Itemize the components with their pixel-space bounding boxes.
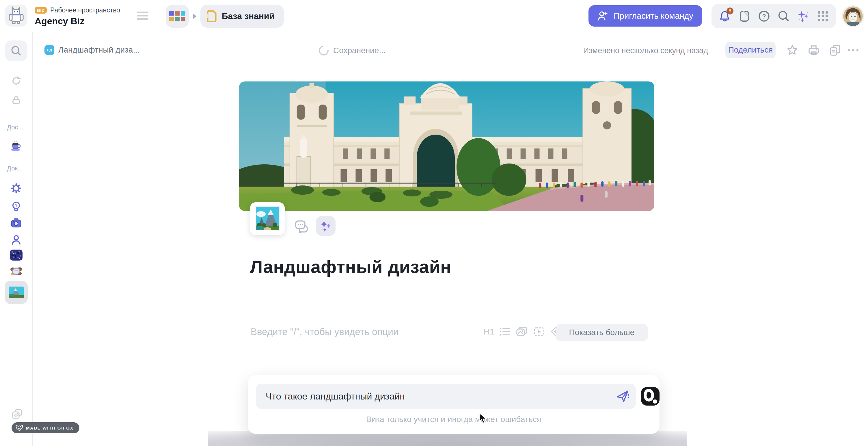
favorite-button[interactable] xyxy=(786,44,798,56)
breadcrumb-arrow-icon xyxy=(193,13,196,19)
sidebar-search-button[interactable] xyxy=(5,40,27,61)
saving-indicator: Сохранение... xyxy=(319,46,386,56)
printer-icon xyxy=(808,44,819,56)
plan-badge: BIZ xyxy=(35,7,47,13)
video-tool-button[interactable] xyxy=(533,326,545,337)
comment-icon xyxy=(294,220,308,233)
cover-thumbnail[interactable] xyxy=(250,202,285,235)
invite-team-button[interactable]: Пригласить команду xyxy=(588,5,702,27)
sidebar-item-media-doc[interactable] xyxy=(10,218,22,228)
assistant-input-wrap xyxy=(256,384,636,409)
editor-quick-tools: H1 xyxy=(484,326,562,337)
sidebar-history-button[interactable] xyxy=(11,76,21,86)
gifox-badge: MADE WITH GIFOX xyxy=(11,422,80,433)
sidebar-section-boards: Дос... xyxy=(7,124,23,131)
list-tool-button[interactable] xyxy=(500,326,510,337)
workspace-logo[interactable] xyxy=(5,5,27,27)
workspace-name: Agency Biz xyxy=(35,16,120,27)
sidebar-cards-button[interactable] xyxy=(12,409,22,419)
copy-doc-button[interactable] xyxy=(829,44,841,56)
tab-knowledge-base-label: База знаний xyxy=(222,11,275,21)
mouse-cursor xyxy=(479,413,488,426)
search-icon xyxy=(778,10,790,22)
lock-icon xyxy=(11,95,21,105)
sparkles-icon xyxy=(319,219,332,232)
pixel-cat-icon xyxy=(7,6,25,25)
sidebar-item-coffee[interactable] xyxy=(10,140,22,151)
user-avatar[interactable] xyxy=(842,5,864,27)
paper-plane-icon xyxy=(616,389,631,404)
copy-icon xyxy=(829,44,841,56)
sidebar-section-docs: Док... xyxy=(7,165,23,172)
assistant-input[interactable] xyxy=(256,391,636,402)
star-icon xyxy=(786,44,798,56)
add-user-icon xyxy=(597,10,609,21)
doc-tab-title: Ландшафтный диза... xyxy=(58,46,140,55)
topbar-icons: 8 ? xyxy=(712,4,836,28)
notifications-button[interactable]: 8 xyxy=(718,10,731,23)
workspace-label: Рабочее пространство xyxy=(50,6,120,14)
help-button[interactable]: ? xyxy=(758,10,770,23)
landscape-thumb-icon xyxy=(9,287,24,298)
camera-icon xyxy=(10,218,22,228)
workspace-info[interactable]: BIZ Рабочее пространство Agency Biz xyxy=(35,6,120,27)
lightbulb-icon xyxy=(11,201,21,211)
pixel-art-icon xyxy=(10,249,23,261)
gear-icon xyxy=(11,183,21,194)
file-icon xyxy=(739,10,750,22)
share-button[interactable]: Поделиться xyxy=(725,41,776,58)
more-actions-button[interactable] xyxy=(848,49,859,51)
assistant-disclaimer: Вика только учится и иногда может ошибат… xyxy=(248,415,659,424)
mountain-thumbnail-image xyxy=(256,207,279,230)
files-button[interactable] xyxy=(738,10,751,23)
ai-improve-button[interactable] xyxy=(316,216,336,236)
app-window: BIZ Рабочее пространство Agency Biz База… xyxy=(0,0,868,446)
sidebar-item-pixel-doc[interactable] xyxy=(10,249,23,261)
send-button[interactable] xyxy=(616,389,631,404)
apps-menu-button[interactable] xyxy=(166,5,189,28)
heading-tool-button[interactable]: H1 xyxy=(484,327,494,336)
svg-text:?: ? xyxy=(762,13,766,20)
sidebar-item-turtle-doc[interactable] xyxy=(10,266,23,277)
image-tool-button[interactable] xyxy=(516,326,528,337)
page-title[interactable]: Ландшафтный дизайн xyxy=(250,257,451,277)
sidebar-item-settings-doc[interactable] xyxy=(11,183,21,194)
search-button[interactable] xyxy=(777,10,790,23)
comments-button[interactable] xyxy=(294,220,308,233)
doc-tab-chip: лд xyxy=(44,45,54,55)
refresh-icon xyxy=(11,76,21,86)
cover-image[interactable] xyxy=(239,82,654,211)
sidebar-item-ideas-doc[interactable] xyxy=(11,201,21,211)
vika-assistant-logo[interactable] xyxy=(641,387,659,406)
editor-placeholder[interactable]: Введите "/", чтобы увидеть опции xyxy=(251,326,399,337)
print-button[interactable] xyxy=(808,44,819,56)
search-icon xyxy=(11,46,22,56)
document-icon xyxy=(207,10,217,22)
turtle-icon xyxy=(10,266,23,277)
tab-knowledge-base[interactable]: База знаний xyxy=(200,5,284,28)
spinner-icon xyxy=(317,43,331,58)
question-icon: ? xyxy=(758,10,770,22)
sidebar-private-button[interactable] xyxy=(11,95,21,105)
notification-badge: 8 xyxy=(726,7,734,14)
sidebar-item-landscape-doc-selected[interactable] xyxy=(5,281,28,304)
open-doc-tab[interactable]: лд Ландшафтный диза... xyxy=(44,45,140,55)
vika-logo-icon xyxy=(641,387,659,406)
apps-grid-icon xyxy=(169,11,185,21)
avatar-image xyxy=(843,6,863,26)
gifox-badge-label: MADE WITH GIFOX xyxy=(26,425,74,430)
show-more-button[interactable]: Показать больше xyxy=(556,324,648,341)
grid-dots-icon xyxy=(817,11,829,22)
modules-button[interactable] xyxy=(816,10,829,23)
victoria-memorial-photo xyxy=(239,82,654,211)
ai-assistant-button[interactable] xyxy=(797,10,810,23)
sidebar-toggle-button[interactable] xyxy=(137,11,148,20)
person-icon xyxy=(11,235,21,245)
sidebar-item-people-doc[interactable] xyxy=(11,235,21,245)
coffee-cup-icon xyxy=(10,140,22,151)
sidebar-divider xyxy=(32,32,33,446)
saving-label: Сохранение... xyxy=(333,46,386,55)
sparkles-icon xyxy=(797,10,810,23)
stacked-cards-icon xyxy=(12,409,22,419)
invite-team-label: Пригласить команду xyxy=(614,11,693,21)
